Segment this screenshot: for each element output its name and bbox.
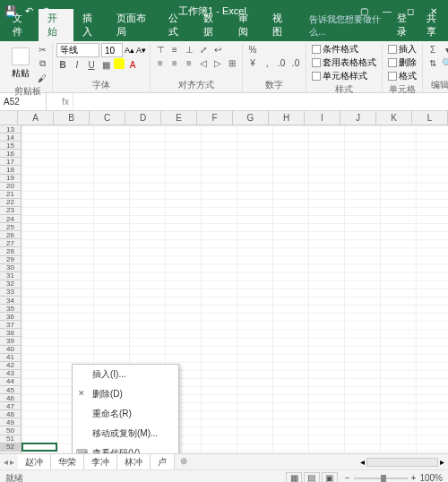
tab-file[interactable]: 文件 xyxy=(4,9,39,41)
sheet-tab[interactable]: 李冲 xyxy=(84,454,117,469)
menu-move[interactable]: 移动或复制(M)... xyxy=(73,424,178,443)
tab-view[interactable]: 视图 xyxy=(263,9,298,41)
column-header[interactable]: B xyxy=(54,111,90,125)
align-center-icon[interactable]: ≡ xyxy=(168,56,181,69)
sheet-nav-last-icon[interactable]: ▸ xyxy=(10,457,14,467)
tab-layout[interactable]: 页面布局 xyxy=(108,9,159,41)
sheet-tabs-list: 赵冲华荣李冲林冲卢 xyxy=(18,454,175,469)
column-header[interactable]: D xyxy=(125,111,161,125)
formula-bar: A52 fx xyxy=(0,93,448,111)
merge-icon[interactable]: ⊞ xyxy=(226,56,238,69)
decrease-font-icon[interactable]: A▾ xyxy=(136,46,146,55)
active-cell xyxy=(22,443,57,452)
delete-icon: ✕ xyxy=(76,388,87,399)
underline-icon[interactable]: U xyxy=(85,58,98,71)
menu-view-code[interactable]: ⌨查看代码(V) xyxy=(73,443,178,453)
format-cells[interactable]: 格式 xyxy=(386,70,418,82)
copy-icon[interactable]: ⧉ xyxy=(36,57,48,70)
new-sheet-button[interactable]: ⊕ xyxy=(175,454,193,469)
sheet-tab[interactable]: 赵冲 xyxy=(18,454,51,469)
format-painter-icon[interactable]: 🖌 xyxy=(36,72,48,84)
increase-font-icon[interactable]: A▴ xyxy=(125,46,134,55)
zoom-out-icon[interactable]: − xyxy=(345,473,350,482)
view-break-icon[interactable]: ▣ xyxy=(322,472,338,483)
paste-icon xyxy=(12,47,30,65)
sheet-tab[interactable]: 卢 xyxy=(151,454,175,469)
column-header[interactable]: F xyxy=(197,111,233,125)
fill-color-icon[interactable] xyxy=(114,58,125,69)
sort-icon[interactable]: ⇅ xyxy=(426,56,439,69)
ribbon-tabs: 文件 开始 插入 页面布局 公式 数据 审阅 视图 告诉我您想要做什么... 登… xyxy=(0,22,448,41)
font-name[interactable]: 等线 xyxy=(56,43,99,57)
sheet-tabs: ◂ ▸ 赵冲华荣李冲林冲卢 ⊕ ◂ ▸ xyxy=(0,453,448,469)
currency-icon[interactable]: ¥ xyxy=(246,56,259,69)
tab-formulas[interactable]: 公式 xyxy=(159,9,194,41)
hscroll-left-icon[interactable]: ◂ xyxy=(360,457,365,467)
bold-icon[interactable]: B xyxy=(56,58,69,71)
column-header[interactable]: G xyxy=(233,111,269,125)
align-bottom-icon[interactable]: ⊥ xyxy=(183,43,195,56)
menu-delete[interactable]: ✕删除(D) xyxy=(73,384,178,404)
tab-home[interactable]: 开始 xyxy=(39,9,73,41)
tell-me[interactable]: 告诉我您想要做什么... xyxy=(304,11,390,41)
cell-styles[interactable]: 单元格样式 xyxy=(310,70,378,82)
column-header[interactable]: J xyxy=(340,111,376,125)
status-ready: 就绪 xyxy=(5,472,23,483)
indent-dec-icon[interactable]: ◁ xyxy=(197,56,210,69)
share-button[interactable]: 共享 xyxy=(419,9,448,41)
group-font-label: 字体 xyxy=(56,78,146,92)
column-header[interactable]: A xyxy=(18,111,54,125)
dec-decimal-icon[interactable]: .0 xyxy=(289,56,302,69)
column-header[interactable]: H xyxy=(269,111,305,125)
table-format[interactable]: 套用表格格式 xyxy=(310,56,378,69)
tab-review[interactable]: 审阅 xyxy=(229,9,264,41)
column-header[interactable]: E xyxy=(161,111,197,125)
italic-icon[interactable]: I xyxy=(71,58,83,71)
indent-inc-icon[interactable]: ▷ xyxy=(211,56,224,69)
number-format-icon[interactable]: % xyxy=(246,43,259,56)
column-header[interactable]: K xyxy=(376,111,412,125)
fx-icon[interactable]: fx xyxy=(62,97,69,107)
font-color-icon[interactable]: A xyxy=(126,58,139,71)
border-icon[interactable]: ▦ xyxy=(99,58,112,71)
menu-insert[interactable]: 插入(I)... xyxy=(73,365,178,384)
view-page-icon[interactable]: ▤ xyxy=(304,472,320,483)
column-header[interactable]: I xyxy=(305,111,340,125)
align-right-icon[interactable]: ≡ xyxy=(183,56,195,69)
name-box[interactable]: A52 xyxy=(0,93,47,110)
find-icon[interactable]: 🔍 xyxy=(441,56,448,69)
formula-input[interactable] xyxy=(73,93,448,110)
tab-data[interactable]: 数据 xyxy=(194,9,229,41)
insert-cells[interactable]: 插入 xyxy=(386,43,418,56)
paste-button[interactable]: 粘贴 xyxy=(7,47,34,80)
sheet-tab[interactable]: 林冲 xyxy=(117,454,151,469)
row-header[interactable]: 52 xyxy=(0,443,21,452)
inc-decimal-icon[interactable]: .0 xyxy=(275,56,288,69)
view-normal-icon[interactable]: ▦ xyxy=(286,472,302,483)
wrap-text-icon[interactable]: ↩ xyxy=(211,43,224,56)
align-top-icon[interactable]: ⊤ xyxy=(154,43,167,56)
orientation-icon[interactable]: ⤢ xyxy=(197,43,210,56)
signin-button[interactable]: 登录 xyxy=(390,9,418,41)
comma-icon[interactable]: , xyxy=(261,56,273,69)
menu-rename[interactable]: 重命名(R) xyxy=(73,404,178,424)
font-size[interactable]: 10 xyxy=(101,43,123,57)
zoom-in-icon[interactable]: + xyxy=(411,473,417,482)
fill-icon[interactable]: ▾ xyxy=(441,43,448,56)
column-header[interactable]: C xyxy=(90,111,125,125)
align-left-icon[interactable]: ≡ xyxy=(154,56,167,69)
delete-cells[interactable]: 删除 xyxy=(386,56,418,69)
hscroll-right-icon[interactable]: ▸ xyxy=(440,457,444,467)
autosum-icon[interactable]: Σ xyxy=(426,43,439,56)
select-all-corner[interactable] xyxy=(0,111,18,125)
sheet-nav-first-icon[interactable]: ◂ xyxy=(4,457,8,467)
tab-insert[interactable]: 插入 xyxy=(73,9,108,41)
conditional-format[interactable]: 条件格式 xyxy=(310,43,378,56)
cut-icon[interactable]: ✂ xyxy=(36,43,48,56)
align-middle-icon[interactable]: ≡ xyxy=(168,43,181,56)
hscrollbar[interactable] xyxy=(366,458,438,467)
zoom-slider[interactable] xyxy=(354,478,408,479)
sheet-tab[interactable]: 华荣 xyxy=(51,454,84,469)
column-header[interactable]: L xyxy=(412,111,448,125)
zoom-level[interactable]: 100% xyxy=(419,473,443,482)
